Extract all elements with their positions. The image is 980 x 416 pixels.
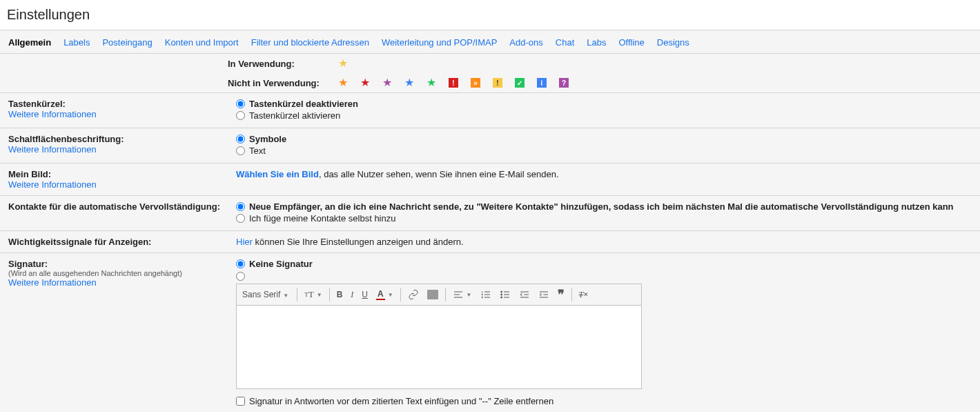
signature-learn-more-link[interactable]: Weitere Informationen — [8, 277, 97, 288]
indent-more-icon — [538, 289, 549, 300]
signature-insert-before-quote-checkbox[interactable] — [236, 397, 245, 406]
indent-less-button[interactable] — [515, 284, 534, 305]
contacts-title: Kontakte für die automatische Vervollstä… — [8, 201, 220, 212]
signature-none-label: Keine Signatur — [249, 259, 313, 269]
tab-addons[interactable]: Add-ons — [509, 37, 542, 48]
star-yellow-icon[interactable]: ★ — [338, 58, 348, 69]
shortcuts-on-label: Tastenkürzel aktivieren — [249, 110, 340, 121]
square-orange-arrows-icon[interactable]: » — [471, 78, 480, 88]
shortcuts-learn-more-link[interactable]: Weitere Informationen — [8, 109, 97, 119]
picture-choose-link[interactable]: Wählen Sie ein Bild — [236, 169, 319, 179]
contacts-manual-radio[interactable] — [236, 214, 245, 223]
underline-button[interactable]: U — [357, 284, 372, 305]
star-purple-icon[interactable]: ★ — [382, 77, 392, 88]
signature-sublabel: (Wird an alle ausgehenden Nachrichten an… — [8, 269, 236, 277]
font-family-button[interactable]: Sans Serif▼ — [237, 290, 294, 299]
quote-button[interactable]: ❞ — [553, 284, 569, 305]
button-labels-section: Schaltflächenbeschriftung: Weitere Infor… — [0, 128, 980, 163]
shortcuts-off-radio[interactable] — [236, 99, 245, 108]
signature-section: Signatur: (Wird an alle ausgehenden Nach… — [0, 252, 980, 412]
stars-not-in-use-label: Nicht in Verwendung: — [228, 78, 338, 88]
signature-title: Signatur: — [8, 259, 48, 269]
tab-filter[interactable]: Filter und blockierte Adressen — [251, 37, 369, 48]
picture-description: , das alle Nutzer sehen, wenn Sie ihnen … — [319, 169, 559, 179]
shortcuts-section: Tastenkürzel: Weitere Informationen Tast… — [0, 92, 980, 128]
bullet-list-button[interactable] — [496, 284, 515, 305]
text-color-button[interactable]: A▼ — [372, 284, 398, 305]
star-orange-icon[interactable]: ★ — [338, 77, 348, 88]
svg-point-2 — [500, 297, 502, 298]
tab-offline[interactable]: Offline — [618, 37, 644, 48]
font-size-button[interactable]: TT▼ — [300, 284, 326, 305]
italic-button[interactable]: I — [346, 284, 357, 305]
image-icon — [427, 290, 438, 299]
button-labels-icons-radio[interactable] — [236, 135, 245, 143]
star-green-icon[interactable]: ★ — [427, 77, 436, 88]
tab-weiterleitung[interactable]: Weiterleitung und POP/IMAP — [382, 37, 497, 48]
star-red-icon[interactable]: ★ — [360, 77, 370, 88]
tab-allgemein[interactable]: Allgemein — [8, 37, 51, 48]
svg-point-0 — [500, 291, 502, 293]
importance-title: Wichtigkeitssignale für Anzeigen: — [8, 237, 151, 247]
shortcuts-on-radio[interactable] — [236, 111, 245, 120]
indent-more-button[interactable] — [534, 284, 553, 305]
signature-none-radio[interactable] — [236, 259, 245, 268]
stars-section: In Verwendung: ★ Nicht in Verwendung: ★ … — [0, 54, 980, 92]
tab-designs[interactable]: Designs — [657, 37, 689, 48]
stars-in-use-label: In Verwendung: — [228, 59, 338, 69]
shortcuts-off-label: Tastenkürzel deaktivieren — [249, 99, 358, 109]
tab-chat[interactable]: Chat — [556, 37, 574, 48]
importance-rest: können Sie Ihre Einstellungen anzeigen u… — [253, 237, 464, 247]
numbered-list-button[interactable] — [476, 284, 496, 305]
indent-less-icon — [519, 289, 530, 300]
tab-labels[interactable]: Labels — [63, 37, 90, 48]
button-labels-learn-more-link[interactable]: Weitere Informationen — [8, 144, 97, 155]
remove-formatting-button[interactable]: T✕ — [575, 284, 594, 305]
link-button[interactable] — [404, 284, 423, 305]
button-labels-text-label: Text — [249, 146, 266, 156]
square-green-check-icon[interactable]: ✓ — [515, 78, 525, 88]
numbered-list-icon — [480, 289, 491, 300]
signature-insert-before-quote-label: Signatur in Antworten vor dem zitierten … — [249, 396, 553, 406]
bold-button[interactable]: B — [333, 284, 347, 305]
picture-learn-more-link[interactable]: Weitere Informationen — [8, 179, 97, 190]
page-title: Einstellungen — [0, 0, 980, 30]
signature-editor: Sans Serif▼ TT▼ B I U A▼ ▼ — [236, 284, 642, 389]
contacts-section: Kontakte für die automatische Vervollstä… — [0, 195, 980, 230]
picture-title: Mein Bild: — [8, 169, 51, 179]
tab-posteingang[interactable]: Posteingang — [102, 37, 152, 48]
link-icon — [408, 289, 419, 300]
button-labels-icons-label: Symbole — [249, 134, 286, 144]
square-yellow-bang-icon[interactable]: ! — [493, 78, 502, 88]
square-blue-info-icon[interactable]: i — [537, 78, 547, 88]
editor-toolbar: Sans Serif▼ TT▼ B I U A▼ ▼ — [237, 284, 641, 306]
signature-custom-radio[interactable] — [236, 272, 245, 281]
signature-textarea[interactable] — [237, 306, 641, 388]
tab-konten[interactable]: Konten und Import — [165, 37, 239, 48]
square-red-bang-icon[interactable]: ! — [449, 78, 458, 88]
svg-point-1 — [500, 294, 502, 295]
importance-section: Wichtigkeitssignale für Anzeigen: Hier k… — [0, 230, 980, 252]
button-labels-title: Schaltflächenbeschriftung: — [8, 134, 124, 144]
align-button[interactable]: ▼ — [449, 284, 476, 305]
contacts-auto-radio[interactable] — [236, 202, 245, 211]
importance-link[interactable]: Hier — [236, 237, 253, 247]
contacts-auto-label: Neue Empfänger, an die ich eine Nachrich… — [249, 201, 954, 212]
bullet-list-icon — [500, 289, 511, 300]
picture-section: Mein Bild: Weitere Informationen Wählen … — [0, 163, 980, 195]
image-button[interactable] — [423, 284, 442, 305]
button-labels-text-radio[interactable] — [236, 146, 245, 155]
contacts-manual-label: Ich füge meine Kontakte selbst hinzu — [249, 213, 395, 224]
tab-labs[interactable]: Labs — [587, 37, 606, 48]
square-purple-question-icon[interactable]: ? — [559, 78, 569, 88]
settings-tabs: Allgemein Labels Posteingang Konten und … — [0, 30, 980, 54]
shortcuts-title: Tastenkürzel: — [8, 99, 66, 109]
star-blue-icon[interactable]: ★ — [404, 77, 414, 88]
align-icon — [453, 289, 464, 300]
